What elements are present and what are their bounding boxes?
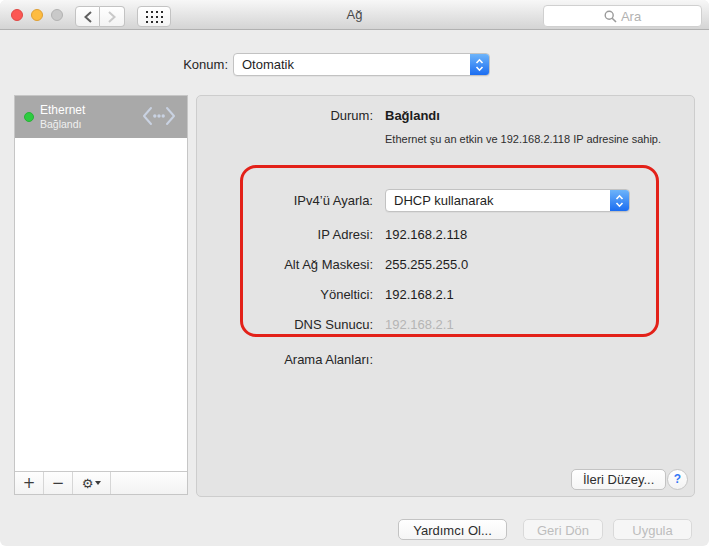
detail-panel: Durum: Bağlandı Ethernet şu an etkin ve … [196, 95, 695, 497]
location-popup-value: Otomatik [234, 54, 470, 75]
popup-stepper-cap [470, 54, 489, 75]
apply-button: Uygula [613, 519, 692, 540]
grid-icon [146, 11, 163, 23]
help-button[interactable]: ? [667, 469, 688, 490]
up-down-chevrons-icon [475, 58, 484, 72]
up-down-chevrons-icon [615, 194, 624, 208]
status-label: Durum: [197, 108, 373, 123]
ethernet-icon [141, 105, 177, 127]
zoom-button [51, 9, 63, 21]
action-menu-button[interactable]: ⚙ [73, 472, 111, 494]
status-value: Bağlandı [385, 108, 440, 123]
add-service-button[interactable]: + [15, 472, 44, 494]
network-preferences-window: Ağ [0, 0, 709, 546]
titlebar: Ağ [0, 0, 709, 30]
search-domains-row: Arama Alanları: [197, 352, 694, 367]
popup-stepper-cap [610, 190, 629, 211]
dns-server-label: DNS Sunucu: [197, 317, 373, 332]
location-popup[interactable]: Otomatik [233, 53, 490, 76]
services-sidebar: Ethernet Bağlandı + − ⚙ [14, 95, 188, 495]
ip-address-value: 192.168.2.118 [385, 227, 467, 242]
subnet-mask-label: Alt Ağ Maskesi: [197, 257, 373, 272]
subnet-mask-value: 255.255.255.0 [385, 257, 468, 272]
advanced-button[interactable]: İleri Düzey... [571, 469, 666, 490]
ipv4-row: IPv4’ü Ayarla: DHCP kullanarak [197, 189, 694, 212]
router-row: Yöneltici: 192.168.2.1 [197, 287, 694, 302]
dns-server-row: DNS Sunucu: 192.168.2.1 [197, 317, 694, 332]
show-all-button[interactable] [137, 6, 171, 27]
service-status: Bağlandı [40, 118, 85, 131]
forward-button [100, 6, 125, 27]
search-placeholder: Ara [621, 9, 641, 24]
ipv4-popup-value: DHCP kullanarak [386, 190, 610, 211]
back-button[interactable] [75, 6, 100, 27]
service-name: Ethernet [40, 103, 85, 118]
chevron-down-icon [95, 481, 101, 485]
ipv4-label: IPv4’ü Ayarla: [197, 193, 373, 208]
search-domains-label: Arama Alanları: [197, 352, 373, 367]
sidebar-item-ethernet[interactable]: Ethernet Bağlandı [15, 96, 187, 138]
chevron-left-icon [83, 11, 93, 23]
subnet-mask-row: Alt Ağ Maskesi: 255.255.255.0 [197, 257, 694, 272]
assist-me-button[interactable]: Yardımcı Ol... [398, 519, 507, 540]
remove-service-button[interactable]: − [44, 472, 73, 494]
gear-icon: ⚙ [82, 476, 94, 491]
ipv4-popup[interactable]: DHCP kullanarak [385, 189, 630, 212]
router-label: Yöneltici: [197, 287, 373, 302]
status-dot-green [24, 112, 34, 122]
status-row: Durum: Bağlandı [197, 108, 694, 123]
status-description: Ethernet şu an etkin ve 192.168.2.118 IP… [385, 133, 700, 147]
minimize-button[interactable] [31, 9, 43, 21]
ip-address-label: IP Adresi: [197, 227, 373, 242]
revert-button: Geri Dön [523, 519, 603, 540]
search-icon [604, 10, 617, 23]
search-input[interactable]: Ara [543, 5, 702, 27]
chevron-right-icon [107, 11, 117, 23]
close-button[interactable] [11, 9, 23, 21]
sidebar-action-bar: + − ⚙ [15, 471, 187, 494]
dns-server-value: 192.168.2.1 [385, 317, 454, 332]
ip-address-row: IP Adresi: 192.168.2.118 [197, 227, 694, 242]
location-label: Konum: [100, 57, 228, 72]
router-value: 192.168.2.1 [385, 287, 454, 302]
navigation-buttons [75, 6, 125, 27]
